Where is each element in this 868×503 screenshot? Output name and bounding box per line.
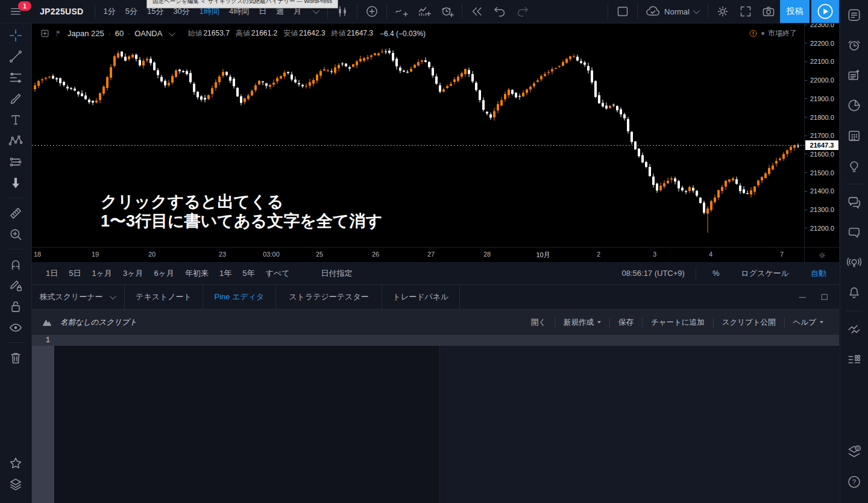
pine-menu-スクリプト公開[interactable]: スクリプト公開: [714, 317, 784, 328]
chart-text-annotation[interactable]: クリックすると出てくる 1〜3行目に書いてある文字を全て消す: [101, 192, 382, 231]
compare-add-button[interactable]: [390, 0, 413, 23]
code-editor[interactable]: 1: [32, 335, 839, 503]
chevron-down-icon[interactable]: [169, 29, 175, 36]
plus-circle-button[interactable]: [360, 0, 383, 23]
tab-株式スクリーナー[interactable]: 株式スクリーナー: [32, 285, 125, 309]
legend-ohlc: 始値21653.7 高値21661.2 安値21642.3 終値21647.3: [187, 28, 373, 39]
help-button[interactable]: ?: [842, 467, 866, 497]
hotlist-button[interactable]: [842, 90, 866, 120]
flag-icon[interactable]: [54, 29, 63, 38]
brush-button[interactable]: [4, 88, 27, 109]
range-button-1ヶ月[interactable]: 1ヶ月: [86, 268, 118, 279]
chat-button[interactable]: [842, 217, 866, 248]
tab-Pine エディタ[interactable]: Pine エディタ: [203, 285, 276, 309]
text-tool-button[interactable]: [4, 109, 27, 130]
tab-テキストノート[interactable]: テキストノート: [125, 285, 203, 309]
line-number: 1: [32, 336, 50, 345]
object-tree-button[interactable]: [4, 473, 27, 495]
chart-pane[interactable]: Japan 225 · 60 · OANDA 始値21653.7 高値21661…: [32, 23, 804, 247]
xabcd-pattern-button[interactable]: [4, 130, 27, 151]
replay-button[interactable]: [465, 0, 488, 23]
symbol-button[interactable]: JP225USD: [31, 7, 92, 16]
fullscreen-button[interactable]: [734, 0, 757, 23]
publish-button[interactable]: 投稿: [780, 0, 810, 23]
undo-button[interactable]: [488, 0, 511, 23]
pine-menu-保存[interactable]: 保存: [610, 317, 642, 328]
pine-menu-開く[interactable]: 開く: [523, 317, 555, 328]
price-axis[interactable]: 22300.022200.022100.022000.021900.021800…: [804, 23, 840, 247]
trend-line-button[interactable]: [4, 46, 27, 67]
clock-label[interactable]: 08:56:17 (UTC+9): [621, 269, 684, 278]
watchlist-icon: [846, 7, 862, 23]
chart-settings-button[interactable]: [711, 0, 734, 23]
range-button-6ヶ月[interactable]: 6ヶ月: [149, 268, 180, 279]
price-axis-label: 21600.0: [805, 150, 834, 158]
cloud-save-button[interactable]: Normal: [641, 0, 705, 23]
time-axis-label: 19: [92, 251, 99, 258]
alert-clock-button[interactable]: [842, 30, 866, 60]
range-button-5日[interactable]: 5日: [63, 268, 86, 279]
forecast-button[interactable]: [4, 151, 27, 172]
alert-add-button[interactable]: [436, 0, 459, 23]
bell-button[interactable]: [842, 278, 866, 308]
percent-scale-button[interactable]: %: [707, 269, 725, 278]
legend-source: OANDA: [134, 29, 162, 38]
status-dot: [761, 32, 764, 35]
panel-minimize-button[interactable]: [797, 292, 808, 302]
xabcd-pattern-icon: [8, 133, 24, 149]
legend-symbol-title[interactable]: Japan 225: [68, 29, 104, 38]
tab-トレードパネル[interactable]: トレードパネル: [382, 285, 460, 309]
toolbar-right: Normal 投稿: [605, 0, 839, 23]
script-name[interactable]: 名前なしのスクリプト: [60, 317, 137, 328]
layout-select-button[interactable]: [611, 0, 634, 23]
dropdown-arrow-icon: [597, 321, 601, 323]
trash-button[interactable]: [4, 347, 27, 368]
interval-button-1分[interactable]: 1分: [98, 0, 120, 23]
time-axis[interactable]: 1819202303:002526272810月2347: [32, 247, 804, 263]
range-button-1日[interactable]: 1日: [40, 268, 63, 279]
redo-button[interactable]: [511, 0, 534, 23]
arrow-down-button[interactable]: [4, 172, 27, 193]
panel-maximize-button[interactable]: [820, 292, 829, 302]
range-button-1年[interactable]: 1年: [214, 268, 237, 279]
idea-bulb-button[interactable]: [842, 151, 866, 181]
range-button-年初来[interactable]: 年初来: [180, 268, 214, 279]
live-ideas-button[interactable]: [842, 248, 866, 278]
news-button[interactable]: [842, 60, 866, 90]
range-button-3ヶ月[interactable]: 3ヶ月: [118, 268, 149, 279]
magnet-button[interactable]: [4, 254, 27, 275]
snapshot-button[interactable]: [757, 0, 780, 23]
range-button-5年[interactable]: 5年: [237, 268, 260, 279]
replay-icon: [470, 4, 484, 19]
star-button[interactable]: [4, 452, 27, 473]
public-chats-button[interactable]: [842, 187, 866, 217]
auto-scale-button[interactable]: 自動: [805, 268, 832, 279]
publish-idea-button[interactable]: [811, 0, 839, 23]
log-scale-button[interactable]: ログスケール: [735, 268, 794, 279]
interval-button-5分[interactable]: 5分: [121, 0, 142, 23]
pine-menu-ヘルプ[interactable]: ヘルプ: [785, 317, 832, 328]
lock-open-button[interactable]: [4, 296, 27, 317]
calendar-button[interactable]: [842, 120, 866, 151]
scale-corner[interactable]: [804, 247, 840, 263]
warning-icon[interactable]: [749, 29, 758, 38]
date-range-button[interactable]: 日付指定: [316, 268, 358, 279]
tab-ストラテジーテスター[interactable]: ストラテジーテスター: [276, 285, 382, 309]
market-moves-button[interactable]: [842, 314, 866, 345]
drawing-edit-lock-button[interactable]: [4, 275, 27, 296]
zoom-in-button[interactable]: [4, 223, 27, 245]
indicator-add-button[interactable]: [413, 0, 436, 23]
add-symbol-icon[interactable]: [40, 28, 50, 39]
fib-lines-button[interactable]: [4, 67, 27, 88]
pine-menu-チャートに追加[interactable]: チャートに追加: [643, 317, 713, 328]
pine-menu-新規作成[interactable]: 新規作成: [555, 317, 609, 328]
main-menu-button[interactable]: 1: [0, 0, 31, 23]
watchlist-button[interactable]: [842, 0, 866, 30]
crypto-stack-button[interactable]: B: [842, 437, 866, 467]
ruler-button[interactable]: [4, 202, 27, 223]
eye-button[interactable]: [4, 317, 27, 338]
range-button-すべて[interactable]: すべて: [260, 268, 295, 279]
dom-grid-button[interactable]: [842, 345, 866, 375]
crosshair-button[interactable]: [4, 25, 27, 46]
layout-grid-icon: [615, 4, 630, 19]
